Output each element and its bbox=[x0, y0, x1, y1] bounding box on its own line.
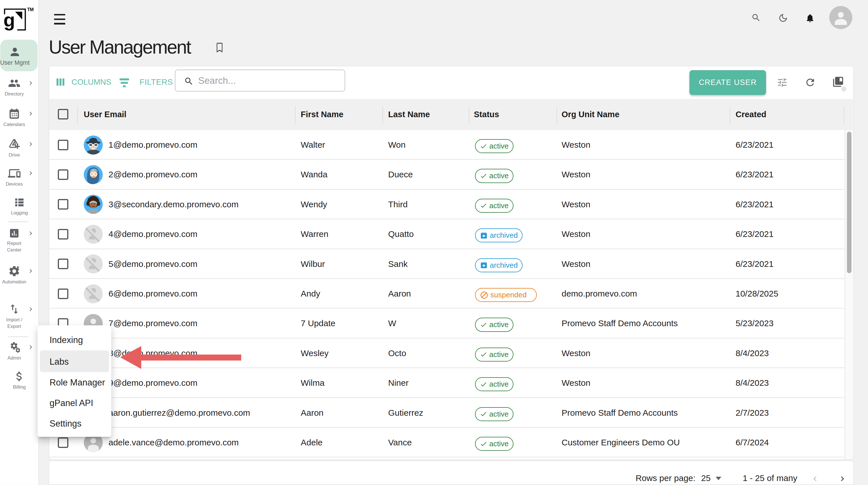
svg-text:TM: TM bbox=[27, 7, 34, 12]
svg-text:g: g bbox=[3, 9, 15, 30]
